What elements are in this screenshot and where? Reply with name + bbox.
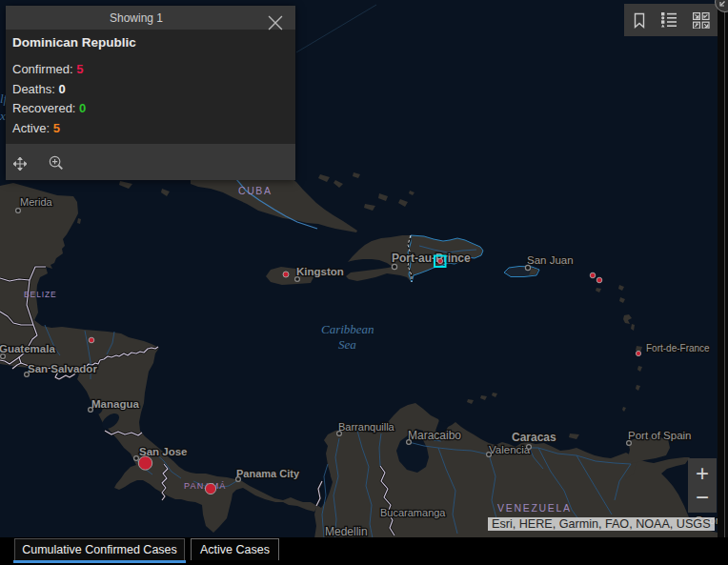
svg-text:San Salvador: San Salvador xyxy=(28,363,97,374)
svg-text:Panama City: Panama City xyxy=(236,468,300,479)
svg-text:Barranquilla: Barranquilla xyxy=(338,421,395,433)
svg-text:Sea: Sea xyxy=(338,337,356,352)
svg-text:Valencia: Valencia xyxy=(489,444,531,455)
svg-text:Guatemala: Guatemala xyxy=(0,343,55,354)
svg-text:San Jose: San Jose xyxy=(139,446,188,457)
svg-text:San Juan: San Juan xyxy=(527,254,574,266)
svg-text:Kingston: Kingston xyxy=(296,266,344,277)
svg-text:BELIZE: BELIZE xyxy=(24,290,57,299)
svg-text:Port-au-Prince: Port-au-Prince xyxy=(392,252,471,265)
svg-text:Medellin: Medellin xyxy=(325,525,368,538)
svg-text:Caribbean: Caribbean xyxy=(321,322,374,336)
svg-text:CUBA: CUBA xyxy=(238,185,273,196)
svg-text:VENEZUELA: VENEZUELA xyxy=(497,502,572,514)
svg-text:Caracas: Caracas xyxy=(512,431,556,444)
svg-text:Bucaramanga: Bucaramanga xyxy=(380,507,446,518)
svg-text:Managua: Managua xyxy=(91,398,139,410)
svg-text:Maracaibo: Maracaibo xyxy=(408,429,461,442)
svg-text:Fort-de-France: Fort-de-France xyxy=(646,343,710,353)
svg-text:Merida: Merida xyxy=(20,196,53,208)
svg-text:Port of Spain: Port of Spain xyxy=(628,430,691,441)
